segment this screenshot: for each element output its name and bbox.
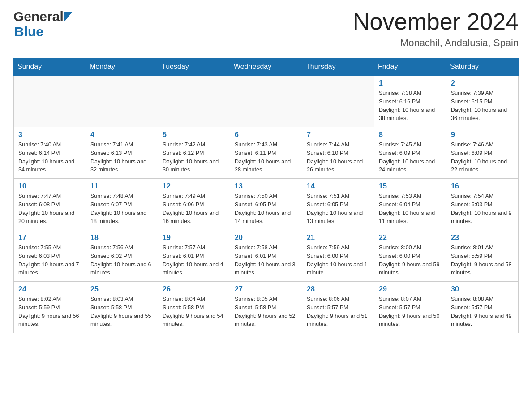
- calendar-cell: 22Sunrise: 8:00 AM Sunset: 6:00 PM Dayli…: [374, 230, 446, 282]
- day-info: Sunrise: 7:48 AM Sunset: 6:07 PM Dayligh…: [90, 192, 153, 226]
- calendar-cell: 17Sunrise: 7:55 AM Sunset: 6:03 PM Dayli…: [14, 230, 86, 282]
- day-info: Sunrise: 7:54 AM Sunset: 6:03 PM Dayligh…: [451, 192, 514, 226]
- calendar-cell: 26Sunrise: 8:04 AM Sunset: 5:58 PM Dayli…: [158, 282, 230, 333]
- day-number: 26: [163, 285, 225, 293]
- calendar-cell: [14, 76, 86, 127]
- calendar-cell: 12Sunrise: 7:49 AM Sunset: 6:06 PM Dayli…: [158, 179, 230, 230]
- day-info: Sunrise: 7:57 AM Sunset: 6:01 PM Dayligh…: [163, 244, 225, 277]
- calendar-cell: 27Sunrise: 8:05 AM Sunset: 5:58 PM Dayli…: [230, 282, 302, 333]
- day-info: Sunrise: 7:43 AM Sunset: 6:11 PM Dayligh…: [235, 141, 297, 174]
- day-info: Sunrise: 7:59 AM Sunset: 6:00 PM Dayligh…: [307, 244, 369, 277]
- calendar-cell: 1Sunrise: 7:38 AM Sunset: 6:16 PM Daylig…: [374, 76, 446, 127]
- day-number: 24: [18, 285, 81, 293]
- day-number: 20: [235, 234, 297, 242]
- day-number: 1: [379, 79, 442, 87]
- calendar-cell: [158, 76, 230, 127]
- day-info: Sunrise: 7:38 AM Sunset: 6:16 PM Dayligh…: [379, 89, 442, 123]
- page-header: General Blue November 2024 Monachil, And…: [13, 9, 519, 49]
- day-info: Sunrise: 8:06 AM Sunset: 5:57 PM Dayligh…: [307, 295, 369, 329]
- logo-blue-text: Blue: [14, 24, 43, 39]
- calendar-cell: 13Sunrise: 7:50 AM Sunset: 6:05 PM Dayli…: [230, 179, 302, 230]
- weekday-header-sunday: Sunday: [14, 58, 86, 76]
- week-row-2: 3Sunrise: 7:40 AM Sunset: 6:14 PM Daylig…: [14, 127, 519, 179]
- day-info: Sunrise: 7:44 AM Sunset: 6:10 PM Dayligh…: [307, 141, 369, 174]
- day-info: Sunrise: 8:00 AM Sunset: 6:00 PM Dayligh…: [379, 244, 442, 277]
- calendar-table: SundayMondayTuesdayWednesdayThursdayFrid…: [13, 58, 519, 333]
- day-info: Sunrise: 7:56 AM Sunset: 6:02 PM Dayligh…: [90, 244, 153, 277]
- logo-triangle-icon: [64, 12, 73, 21]
- day-number: 29: [379, 285, 442, 293]
- weekday-header-wednesday: Wednesday: [230, 58, 302, 76]
- day-number: 13: [235, 182, 297, 190]
- weekday-header-friday: Friday: [374, 58, 446, 76]
- calendar-cell: 21Sunrise: 7:59 AM Sunset: 6:00 PM Dayli…: [302, 230, 374, 282]
- calendar-cell: 3Sunrise: 7:40 AM Sunset: 6:14 PM Daylig…: [14, 127, 86, 179]
- calendar-cell: 15Sunrise: 7:53 AM Sunset: 6:04 PM Dayli…: [374, 179, 446, 230]
- day-number: 15: [379, 182, 442, 190]
- svg-marker-0: [64, 12, 73, 21]
- week-row-3: 10Sunrise: 7:47 AM Sunset: 6:08 PM Dayli…: [14, 179, 519, 230]
- day-info: Sunrise: 8:05 AM Sunset: 5:58 PM Dayligh…: [235, 295, 297, 329]
- day-info: Sunrise: 8:07 AM Sunset: 5:57 PM Dayligh…: [379, 295, 442, 329]
- weekday-header-thursday: Thursday: [302, 58, 374, 76]
- day-info: Sunrise: 7:53 AM Sunset: 6:04 PM Dayligh…: [379, 192, 442, 226]
- calendar-cell: 29Sunrise: 8:07 AM Sunset: 5:57 PM Dayli…: [374, 282, 446, 333]
- day-info: Sunrise: 7:55 AM Sunset: 6:03 PM Dayligh…: [18, 244, 81, 277]
- day-number: 6: [235, 131, 297, 139]
- day-number: 10: [18, 182, 81, 190]
- calendar-cell: 9Sunrise: 7:46 AM Sunset: 6:09 PM Daylig…: [446, 127, 519, 179]
- day-number: 11: [90, 182, 153, 190]
- day-info: Sunrise: 7:46 AM Sunset: 6:09 PM Dayligh…: [451, 141, 514, 174]
- day-info: Sunrise: 8:03 AM Sunset: 5:58 PM Dayligh…: [90, 295, 153, 329]
- weekday-header-tuesday: Tuesday: [158, 58, 230, 76]
- day-info: Sunrise: 7:47 AM Sunset: 6:08 PM Dayligh…: [18, 192, 81, 226]
- day-info: Sunrise: 7:39 AM Sunset: 6:15 PM Dayligh…: [451, 89, 514, 123]
- day-info: Sunrise: 7:42 AM Sunset: 6:12 PM Dayligh…: [163, 141, 225, 174]
- calendar-cell: 18Sunrise: 7:56 AM Sunset: 6:02 PM Dayli…: [86, 230, 158, 282]
- calendar-cell: 14Sunrise: 7:51 AM Sunset: 6:05 PM Dayli…: [302, 179, 374, 230]
- weekday-header-monday: Monday: [86, 58, 158, 76]
- calendar-cell: 23Sunrise: 8:01 AM Sunset: 5:59 PM Dayli…: [446, 230, 519, 282]
- day-number: 18: [90, 234, 153, 242]
- logo-general-text: General: [13, 9, 64, 24]
- day-number: 19: [163, 234, 225, 242]
- day-number: 9: [451, 131, 514, 139]
- day-number: 4: [90, 131, 153, 139]
- day-info: Sunrise: 7:45 AM Sunset: 6:09 PM Dayligh…: [379, 141, 442, 174]
- week-row-5: 24Sunrise: 8:02 AM Sunset: 5:59 PM Dayli…: [14, 282, 519, 333]
- calendar-cell: 5Sunrise: 7:42 AM Sunset: 6:12 PM Daylig…: [158, 127, 230, 179]
- calendar-cell: 10Sunrise: 7:47 AM Sunset: 6:08 PM Dayli…: [14, 179, 86, 230]
- day-number: 7: [307, 131, 369, 139]
- day-number: 30: [451, 285, 514, 293]
- calendar-title: November 2024: [353, 9, 519, 34]
- calendar-cell: [86, 76, 158, 127]
- calendar-cell: 28Sunrise: 8:06 AM Sunset: 5:57 PM Dayli…: [302, 282, 374, 333]
- calendar-cell: 6Sunrise: 7:43 AM Sunset: 6:11 PM Daylig…: [230, 127, 302, 179]
- day-info: Sunrise: 7:49 AM Sunset: 6:06 PM Dayligh…: [163, 192, 225, 226]
- day-info: Sunrise: 8:04 AM Sunset: 5:58 PM Dayligh…: [163, 295, 225, 329]
- calendar-cell: [302, 76, 374, 127]
- day-info: Sunrise: 7:41 AM Sunset: 6:13 PM Dayligh…: [90, 141, 153, 174]
- day-info: Sunrise: 7:40 AM Sunset: 6:14 PM Dayligh…: [18, 141, 81, 174]
- day-number: 23: [451, 234, 514, 242]
- day-info: Sunrise: 7:58 AM Sunset: 6:01 PM Dayligh…: [235, 244, 297, 277]
- week-row-1: 1Sunrise: 7:38 AM Sunset: 6:16 PM Daylig…: [14, 76, 519, 127]
- day-info: Sunrise: 8:02 AM Sunset: 5:59 PM Dayligh…: [18, 295, 81, 329]
- calendar-subtitle: Monachil, Andalusia, Spain: [353, 37, 519, 49]
- calendar-cell: 7Sunrise: 7:44 AM Sunset: 6:10 PM Daylig…: [302, 127, 374, 179]
- day-info: Sunrise: 8:01 AM Sunset: 5:59 PM Dayligh…: [451, 244, 514, 277]
- calendar-cell: 16Sunrise: 7:54 AM Sunset: 6:03 PM Dayli…: [446, 179, 519, 230]
- day-number: 14: [307, 182, 369, 190]
- calendar-cell: 19Sunrise: 7:57 AM Sunset: 6:01 PM Dayli…: [158, 230, 230, 282]
- calendar-cell: 24Sunrise: 8:02 AM Sunset: 5:59 PM Dayli…: [14, 282, 86, 333]
- day-number: 22: [379, 234, 442, 242]
- day-number: 12: [163, 182, 225, 190]
- weekday-header-saturday: Saturday: [446, 58, 519, 76]
- day-number: 25: [90, 285, 153, 293]
- calendar-cell: 30Sunrise: 8:08 AM Sunset: 5:57 PM Dayli…: [446, 282, 519, 333]
- day-number: 28: [307, 285, 369, 293]
- calendar-cell: [230, 76, 302, 127]
- day-info: Sunrise: 7:51 AM Sunset: 6:05 PM Dayligh…: [307, 192, 369, 226]
- day-number: 3: [18, 131, 81, 139]
- calendar-cell: 20Sunrise: 7:58 AM Sunset: 6:01 PM Dayli…: [230, 230, 302, 282]
